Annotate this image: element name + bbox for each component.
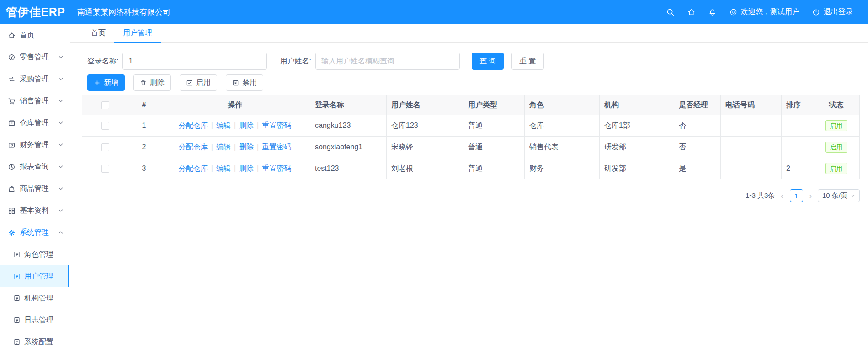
op-separator: | xyxy=(257,143,259,151)
sidebar-item-label: 报表查询 xyxy=(20,162,49,172)
sidebar-item-warehouse[interactable]: 仓库管理 xyxy=(0,112,69,134)
row-select-cell xyxy=(82,137,128,158)
sidebar-item-label: 机构管理 xyxy=(24,294,53,303)
enable-button[interactable]: 启用 xyxy=(180,74,217,91)
sidebar-item-purchase[interactable]: 采购管理 xyxy=(0,68,69,90)
user-table: # 操作 登录名称 用户姓名 用户类型 角色 机构 是否经理 电话号码 排序 状… xyxy=(82,95,860,179)
page-size-value: 10 条/页 xyxy=(822,191,847,200)
phone-cell xyxy=(721,137,782,158)
edit-link[interactable]: 编辑 xyxy=(216,143,231,151)
chevron-down-icon xyxy=(58,164,64,169)
app-logo: 管伊佳ERP xyxy=(0,5,69,20)
tab-home[interactable]: 首页 xyxy=(82,24,114,43)
sidebar-item-label: 财务管理 xyxy=(20,140,49,150)
reset-button[interactable]: 重 置 xyxy=(511,53,543,70)
phone-cell xyxy=(721,115,782,137)
sidebar-item-finance[interactable]: 财务管理 xyxy=(0,134,69,156)
row-checkbox[interactable] xyxy=(101,122,109,130)
role-cell: 仓库 xyxy=(525,115,600,137)
status-badge: 启用 xyxy=(825,163,847,174)
table-row: 2 分配仓库|编辑|删除|重置密码 songxiaofeng1 宋晓锋 普通 销… xyxy=(82,137,860,158)
sidebar-item-reports[interactable]: 报表查询 xyxy=(0,156,69,178)
sidebar-item-label: 角色管理 xyxy=(24,250,53,259)
logout-text: 退出登录 xyxy=(824,7,853,17)
welcome-text: 欢迎您，测试用户 xyxy=(741,7,799,17)
chevron-down-icon xyxy=(58,76,64,82)
sidebar-item-home[interactable]: 首页 xyxy=(0,24,69,46)
edit-link[interactable]: 编辑 xyxy=(216,164,231,172)
chevron-down-icon xyxy=(851,194,855,198)
index-cell: 2 xyxy=(128,137,160,158)
status-cell: 启用 xyxy=(813,158,860,179)
delete-link[interactable]: 删除 xyxy=(239,164,254,172)
document-icon xyxy=(13,251,21,258)
bell-icon[interactable] xyxy=(708,8,717,16)
delete-link[interactable]: 删除 xyxy=(239,143,254,151)
type-cell: 普通 xyxy=(463,158,525,179)
column-header-role: 角色 xyxy=(525,95,600,115)
plus-icon xyxy=(94,79,101,86)
trash-icon xyxy=(140,79,147,86)
home-icon xyxy=(8,32,16,39)
reset-password-link[interactable]: 重置密码 xyxy=(262,143,291,151)
sidebar-item-sales[interactable]: 销售管理 xyxy=(0,90,69,112)
search-button[interactable]: 查 询 xyxy=(472,53,504,70)
op-separator: | xyxy=(234,143,236,151)
welcome-user[interactable]: 欢迎您，测试用户 xyxy=(729,7,799,17)
prev-page-button[interactable]: ‹ xyxy=(780,191,784,200)
current-page-button[interactable]: 1 xyxy=(790,189,803,202)
op-separator: | xyxy=(211,164,213,172)
sidebar-item-user-mgmt[interactable]: 用户管理 xyxy=(0,265,69,287)
status-badge: 启用 xyxy=(825,142,847,153)
op-separator: | xyxy=(257,121,259,129)
disable-button[interactable]: 禁用 xyxy=(226,74,263,91)
status-cell: 启用 xyxy=(813,137,860,158)
row-select-cell xyxy=(82,115,128,137)
reset-password-link[interactable]: 重置密码 xyxy=(262,164,291,172)
select-all-checkbox[interactable] xyxy=(101,101,109,109)
power-icon xyxy=(812,8,820,16)
sidebar-item-basic-data[interactable]: 基本资料 xyxy=(0,200,69,221)
name-cell: 刘老根 xyxy=(387,158,463,179)
reset-password-link[interactable]: 重置密码 xyxy=(262,121,291,129)
sidebar-item-label: 用户管理 xyxy=(24,272,53,281)
sidebar-item-label: 日志管理 xyxy=(24,316,53,325)
sidebar-item-log-mgmt[interactable]: 日志管理 xyxy=(0,309,69,331)
user-name-input[interactable] xyxy=(315,53,460,70)
delete-button[interactable]: 删除 xyxy=(133,74,171,91)
sidebar-item-role-mgmt[interactable]: 角色管理 xyxy=(0,243,69,265)
sidebar-item-system-config[interactable]: 系统配置 xyxy=(0,331,69,353)
sidebar-item-label: 首页 xyxy=(20,31,34,40)
tab-user-mgmt[interactable]: 用户管理 xyxy=(114,24,161,43)
sidebar-item-system[interactable]: 系统管理 xyxy=(0,221,69,243)
delete-link[interactable]: 删除 xyxy=(239,121,254,129)
purchase-icon xyxy=(8,75,16,83)
search-icon[interactable] xyxy=(666,8,675,16)
sidebar-item-label: 商品管理 xyxy=(20,184,49,194)
sidebar-item-goods[interactable]: 商品管理 xyxy=(0,178,69,200)
sidebar: 首页 零售管理 采购管理 销售管理 仓库管理 财务管理 报表查询 商品管理 基本… xyxy=(0,24,69,353)
sidebar-item-retail[interactable]: 零售管理 xyxy=(0,46,69,68)
op-separator: | xyxy=(211,121,213,129)
row-checkbox[interactable] xyxy=(101,143,109,151)
row-checkbox[interactable] xyxy=(101,165,109,173)
manager-cell: 否 xyxy=(674,115,721,137)
logout-button[interactable]: 退出登录 xyxy=(812,7,853,17)
column-header-operations: 操作 xyxy=(160,95,310,115)
page-size-select[interactable]: 10 条/页 xyxy=(818,189,860,202)
next-page-button[interactable]: › xyxy=(808,191,813,200)
add-button[interactable]: 新增 xyxy=(87,74,125,91)
login-cell: songxiaofeng1 xyxy=(310,137,387,158)
assign-warehouse-link[interactable]: 分配仓库 xyxy=(179,164,208,172)
home-icon[interactable] xyxy=(687,8,696,16)
index-cell: 3 xyxy=(128,158,160,179)
role-cell: 财务 xyxy=(525,158,600,179)
org-cell: 研发部 xyxy=(600,137,674,158)
login-name-input[interactable] xyxy=(122,53,267,70)
assign-warehouse-link[interactable]: 分配仓库 xyxy=(179,121,208,129)
assign-warehouse-link[interactable]: 分配仓库 xyxy=(179,143,208,151)
sidebar-item-org-mgmt[interactable]: 机构管理 xyxy=(0,287,69,309)
status-cell: 启用 xyxy=(813,115,860,137)
edit-link[interactable]: 编辑 xyxy=(216,121,231,129)
pagination: 1-3 共3条 ‹ 1 › 10 条/页 xyxy=(82,189,860,202)
